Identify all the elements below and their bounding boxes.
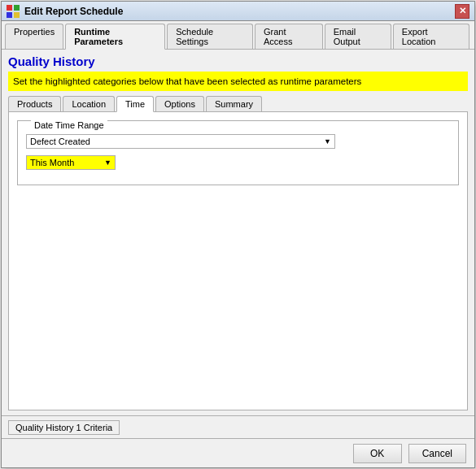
main-window: Edit Report Schedule ✕ Properties Runtim… <box>1 1 475 468</box>
status-bar: Quality History 1 Criteria <box>2 415 474 438</box>
dropdown-row-1: Defect Created ▼ <box>26 134 450 149</box>
title-bar: Edit Report Schedule ✕ <box>2 2 474 21</box>
tab-properties[interactable]: Properties <box>5 24 63 49</box>
tab-email-output[interactable]: Email Output <box>325 24 391 49</box>
defect-created-dropdown[interactable]: Defect Created ▼ <box>26 134 335 149</box>
window-title: Edit Report Schedule <box>24 6 455 17</box>
tab-summary[interactable]: Summary <box>206 96 262 111</box>
svg-rect-0 <box>7 5 12 11</box>
top-tab-bar: Properties Runtime Parameters Schedule S… <box>2 21 474 50</box>
tab-grant-access[interactable]: Grant Access <box>255 24 323 49</box>
fieldset-legend: Date Time Range <box>31 120 107 130</box>
this-month-dropdown[interactable]: This Month ▼ <box>26 155 116 170</box>
dropdown-row-2: This Month ▼ <box>26 155 450 170</box>
svg-rect-1 <box>14 5 20 11</box>
cancel-button[interactable]: Cancel <box>408 444 466 463</box>
content-area: Quality History Set the highlighted cate… <box>2 50 474 415</box>
close-button[interactable]: ✕ <box>455 4 469 19</box>
svg-rect-2 <box>7 12 12 18</box>
tab-products[interactable]: Products <box>8 96 61 111</box>
status-text: Quality History 1 Criteria <box>8 420 120 435</box>
ok-button[interactable]: OK <box>353 444 402 463</box>
bottom-bar: OK Cancel <box>2 438 474 467</box>
this-month-value: This Month <box>30 158 74 167</box>
fieldset-content: Defect Created ▼ This Month ▼ <box>26 134 450 170</box>
inner-tab-bar: Products Location Time Options Summary <box>8 96 468 112</box>
tab-options[interactable]: Options <box>155 96 204 111</box>
tab-schedule-settings[interactable]: Schedule Settings <box>167 24 253 49</box>
tab-time[interactable]: Time <box>116 96 154 112</box>
tab-location[interactable]: Location <box>63 96 115 111</box>
defect-created-value: Defect Created <box>30 137 90 146</box>
svg-rect-3 <box>14 12 20 18</box>
tab-export-location[interactable]: Export Location <box>393 24 469 49</box>
tab-runtime-parameters[interactable]: Runtime Parameters <box>65 24 165 50</box>
dropdown2-arrow-icon: ▼ <box>104 159 111 167</box>
info-banner: Set the highlighted categories below tha… <box>8 72 468 91</box>
date-time-range-group: Date Time Range Defect Created ▼ This Mo… <box>17 120 459 185</box>
app-icon <box>7 5 20 18</box>
dropdown1-arrow-icon: ▼ <box>324 137 331 145</box>
tab-panel-time: Date Time Range Defect Created ▼ This Mo… <box>8 112 468 410</box>
report-title: Quality History <box>8 54 468 68</box>
